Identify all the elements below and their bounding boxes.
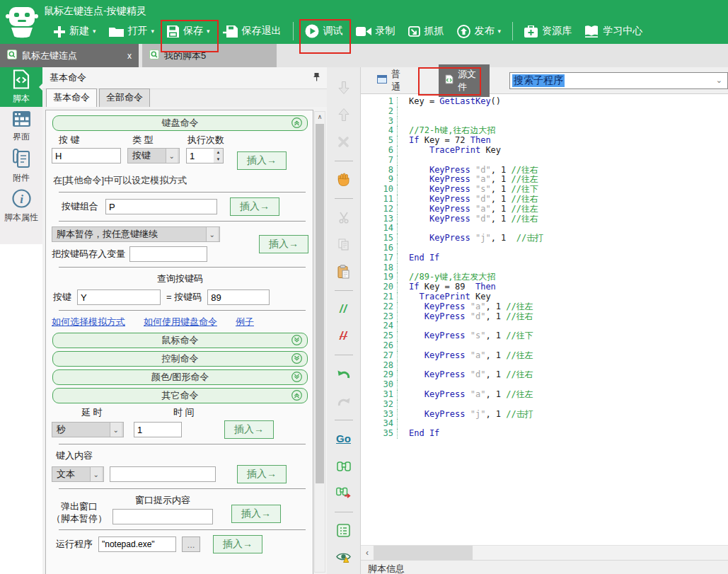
code-line[interactable]: 17End If (361, 253, 728, 263)
toolbar-button-capture[interactable]: 抓抓 (402, 22, 451, 40)
time-input[interactable] (134, 422, 182, 437)
sidebar-item-attachment[interactable]: 附件 (0, 147, 42, 186)
code-line[interactable]: 7 (361, 156, 728, 166)
tab-source-view[interactable]: 源文件 (439, 64, 490, 97)
dropdown-caret-icon[interactable]: ▾ (498, 28, 502, 35)
section-header-keyboard-commands[interactable]: 键盘命令 (52, 115, 308, 131)
code-line[interactable]: 16 (361, 243, 728, 253)
query-code-input[interactable] (207, 289, 270, 305)
toolbar-button-publish[interactable]: 发布▾ (451, 22, 508, 41)
dropdown-caret-icon[interactable]: ▾ (93, 28, 96, 35)
store-keycode-input[interactable] (129, 246, 207, 262)
code-line[interactable]: 19//89-y键,往左发大招 (361, 272, 728, 282)
expand-icon[interactable] (291, 353, 302, 366)
code-line[interactable]: 8 KeyPress "d", 1 //往右 (361, 166, 728, 176)
insert-popup-button[interactable]: 插入→ (231, 505, 281, 523)
command-tab-1[interactable]: 基本命令 (46, 88, 97, 107)
subroutine-search-select[interactable]: 搜索子程序 ⌄ (509, 72, 728, 89)
find-next-icon[interactable] (336, 482, 352, 503)
pin-icon[interactable] (313, 72, 320, 84)
code-line[interactable]: 23 KeyPress "d", 1 //往右 (361, 312, 728, 322)
help-link-3[interactable]: 例子 (236, 316, 254, 328)
count-input[interactable] (186, 148, 214, 163)
code-line[interactable]: 30 (361, 380, 728, 390)
combo-input[interactable] (105, 199, 217, 214)
section-header-2[interactable]: 控制命令 (52, 351, 308, 367)
command-tab-2[interactable]: 全部命令 (99, 88, 150, 107)
sidebar-item-ui[interactable]: 界面 (0, 107, 42, 147)
code-line[interactable]: 26 (361, 341, 728, 351)
pause-option-select[interactable]: 脚本暂停，按任意键继续 ⌄ (52, 226, 220, 242)
toolbar-button-learn[interactable]: 学习中心 (578, 22, 649, 40)
insert-keypress-button[interactable]: 插入→ (237, 151, 287, 170)
redo-icon[interactable] (337, 391, 351, 412)
code-editor[interactable]: 1Key = GetLastKey()2 3 4//72-h键,往右边大招5If… (361, 94, 728, 545)
chevron-down-icon[interactable]: ⌄ (90, 467, 102, 481)
code-line[interactable]: 15 KeyPress "j", 1 //击打 (361, 234, 728, 243)
move-up-icon[interactable] (337, 104, 350, 125)
document-tab-2[interactable]: 我的脚本5 (142, 44, 277, 67)
paste-icon[interactable] (337, 261, 350, 282)
code-line[interactable]: 11 KeyPress "d", 1 //往右 (361, 195, 728, 205)
tab-normal-view[interactable]: 普通 (371, 64, 415, 97)
key-input[interactable] (52, 148, 121, 163)
code-line[interactable]: 31 KeyPress "a", 1 //往左 (361, 390, 728, 400)
code-line[interactable]: 18 (361, 263, 728, 273)
goto-icon[interactable]: Go (336, 428, 351, 449)
code-line[interactable]: 34 (361, 419, 728, 429)
spin-down-icon[interactable]: ▼ (214, 156, 223, 163)
code-line[interactable]: 20If Key = 89 Then (361, 282, 728, 292)
expand-icon[interactable] (291, 372, 302, 384)
code-line[interactable]: 5If Key = 72 Then (361, 136, 728, 146)
code-line[interactable]: 33 KeyPress "j", 1 //击打 (361, 410, 728, 420)
query-key-input[interactable] (77, 289, 161, 305)
document-tab-1[interactable]: 鼠标左键连点x (0, 44, 139, 67)
close-icon[interactable]: x (127, 51, 132, 61)
command-panel-scrollbar[interactable]: ∧ (314, 111, 325, 573)
insert-pause-button[interactable]: 插入→ (259, 235, 308, 253)
find-icon[interactable] (337, 455, 351, 476)
code-line[interactable]: 24 (361, 321, 728, 331)
cut-icon[interactable] (337, 207, 350, 228)
scroll-left-icon[interactable]: ‹ (361, 546, 374, 560)
help-link-2[interactable]: 如何使用键盘命令 (144, 316, 217, 328)
code-line[interactable]: 21 TracePrint Key (361, 292, 728, 302)
toolbar-button-save-exit[interactable]: 保存退出 (216, 22, 288, 40)
type-select[interactable]: 按键 ⌄ (127, 148, 180, 163)
toolbar-button-resource[interactable]: 资源库 (518, 22, 578, 40)
code-line[interactable]: 28 (361, 361, 728, 371)
spinner-arrows[interactable]: ▲▼ (214, 148, 224, 163)
browse-button[interactable]: ... (182, 536, 200, 552)
code-line[interactable]: 22 KeyPress "a", 1 //往左 (361, 302, 728, 312)
code-line[interactable]: 4//72-h键,往右边大招 (361, 126, 728, 136)
chevron-down-icon[interactable]: ⌄ (716, 76, 727, 85)
toolbar-button-debug[interactable]: 调试 (299, 21, 349, 41)
chevron-down-icon[interactable]: ⌄ (166, 149, 178, 163)
comment-icon[interactable]: // (340, 299, 347, 320)
code-line[interactable]: 25 KeyPress "s", 1 //往下 (361, 331, 728, 341)
section-header-1[interactable]: 鼠标命令 (52, 333, 308, 348)
copy-icon[interactable] (337, 234, 350, 255)
text-type-select[interactable]: 文本 ⌄ (52, 466, 104, 482)
hscrollbar-thumb[interactable] (374, 546, 473, 560)
help-link-1[interactable]: 如何选择模拟方式 (52, 316, 125, 328)
undo-icon[interactable] (337, 363, 351, 384)
collapse-icon[interactable] (291, 117, 302, 130)
count-stepper[interactable]: ▲▼ (186, 148, 224, 163)
uncomment-icon[interactable]: // (340, 326, 347, 347)
expand-icon[interactable] (291, 335, 302, 348)
code-line[interactable]: 10 KeyPress "s", 1 //往下 (361, 185, 728, 195)
insert-template-icon[interactable] (337, 520, 350, 541)
sidebar-item-properties[interactable]: i脚本属性 (0, 186, 42, 226)
move-down-icon[interactable] (337, 77, 350, 98)
chevron-down-icon[interactable]: ⌄ (206, 227, 218, 241)
code-line[interactable]: 2 (361, 107, 728, 117)
insert-delay-button[interactable]: 插入→ (224, 420, 274, 439)
code-line[interactable]: 29 KeyPress "d", 1 //往右 (361, 370, 728, 380)
toolbar-button-open[interactable]: 打开▾ (103, 22, 161, 40)
scrollbar-thumb[interactable] (316, 124, 324, 483)
popup-hint-input[interactable] (112, 509, 213, 524)
spin-up-icon[interactable]: ▲ (214, 149, 223, 156)
toolbar-button-new[interactable]: 新建▾ (47, 22, 103, 40)
insert-typein-button[interactable]: 插入→ (237, 465, 287, 483)
